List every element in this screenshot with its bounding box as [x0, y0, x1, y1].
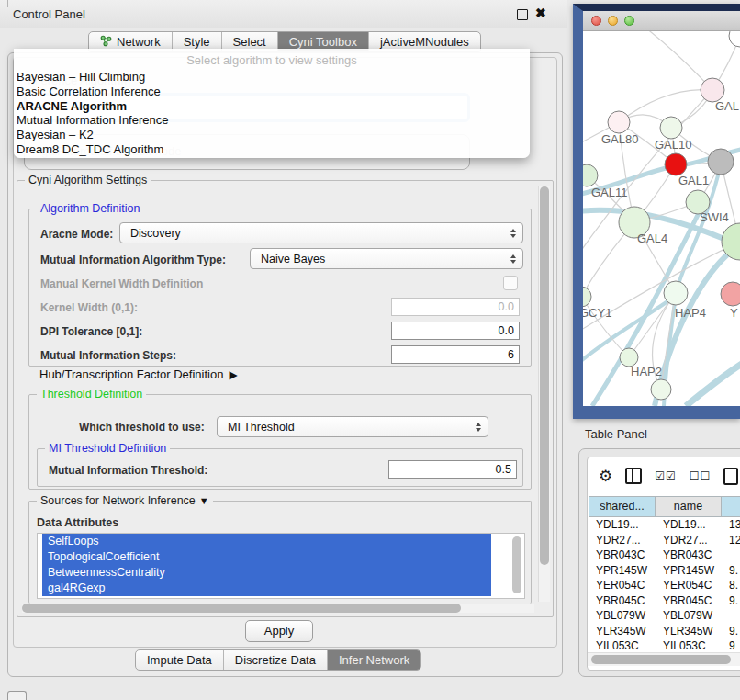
aracne-mode-combobox[interactable]: Discovery	[119, 222, 523, 243]
hub-tf-expander[interactable]: Hub/Transcription Factor Definition▶	[39, 367, 238, 381]
kernel-width-field	[391, 298, 520, 316]
divider	[7, 0, 8, 7]
network-node[interactable]	[729, 31, 740, 47]
table-cell: YDR27...	[589, 533, 656, 548]
table-row[interactable]: YPR145WYPR145W9.	[589, 563, 740, 579]
mi-steps-field[interactable]	[391, 345, 520, 364]
manual-kernel-checkbox	[503, 276, 518, 290]
window-minimize-button[interactable]	[608, 16, 618, 26]
application-window: Control Panel ✖ NetworkStyleSelectCyni T…	[0, 0, 740, 700]
algorithm-option[interactable]: ARACNE Algorithm	[14, 99, 530, 114]
manual-kernel-label: Manual Kernel Width Definition	[40, 277, 203, 290]
tab-infer-network[interactable]: Infer Network	[328, 650, 420, 670]
close-icon[interactable]: ✖	[535, 6, 546, 20]
table-horizontal-scrollbar[interactable]	[588, 652, 740, 666]
panel-title: Control Panel	[13, 7, 85, 21]
mi-threshold-field[interactable]	[388, 460, 517, 479]
node-label: GAL80	[601, 132, 638, 146]
algorithm-option[interactable]: Mutual Information Inference	[14, 113, 530, 128]
algorithm-option[interactable]: Bayesian – K2	[14, 128, 530, 142]
table-row[interactable]: YDL19...YDL19...13	[589, 517, 740, 533]
attribute-list-item[interactable]: TopologicalCoefficient	[42, 549, 491, 565]
table-row[interactable]: YER054CYER054C8.	[589, 578, 740, 593]
algorithm-option[interactable]: Basic Correlation Inference	[14, 85, 530, 99]
table-cell: YER054C	[656, 578, 722, 593]
algorithm-option[interactable]: Bayesian – Hill Climbing	[14, 70, 530, 85]
table-cell: 9.	[722, 624, 740, 639]
node-label: GAL10	[655, 138, 691, 152]
tab-label: Cyni Toolbox	[289, 35, 357, 49]
tab-discretize-data[interactable]: Discretize Data	[224, 650, 328, 670]
window-close-button[interactable]	[591, 16, 601, 26]
table-row[interactable]: YLR345WYLR345W9.	[589, 624, 740, 639]
list-scrollbar[interactable]	[512, 536, 521, 593]
network-node[interactable]	[608, 111, 630, 133]
network-node[interactable]	[660, 117, 682, 139]
mi-type-label: Mutual Information Algorithm Type:	[40, 254, 226, 266]
network-node[interactable]	[664, 281, 688, 305]
table-row[interactable]: YBR043CYBR043C	[589, 548, 740, 563]
network-node[interactable]	[583, 287, 591, 307]
algorithm-option[interactable]: Dream8 DC_TDC Algorithm	[14, 142, 530, 157]
column-header[interactable]: name	[656, 496, 722, 517]
bottom-tab-bar: Impute DataDiscretize DataInfer Network	[135, 649, 421, 671]
aracne-mode-label: Aracne Mode:	[40, 228, 113, 241]
network-node[interactable]	[708, 149, 734, 175]
settings-vertical-scrollbar[interactable]	[538, 186, 550, 602]
tab-label: Discretize Data	[235, 653, 316, 667]
network-canvas[interactable]: GALGAL80GAL10GAL1GAL11SWI4GAL4GCY1HAP4YH…	[583, 31, 740, 406]
file-icon[interactable]	[723, 468, 738, 485]
algorithm-dropdown-popup: Select algorithm to view settings Bayesi…	[14, 49, 530, 158]
mi-steps-label: Mutual Information Steps:	[40, 349, 176, 362]
which-threshold-combobox[interactable]: MI Threshold	[217, 416, 488, 437]
sources-group: Sources for Network Inference▼ Data Attr…	[28, 501, 532, 604]
network-node[interactable]	[651, 379, 671, 400]
table-cell: YPR145W	[589, 563, 656, 579]
chevron-updown-icon	[510, 254, 516, 264]
node-label: GCY1	[583, 306, 611, 320]
table-cell: 8.	[722, 578, 740, 593]
window-zoom-button[interactable]	[624, 16, 634, 26]
table-toolbar: ⚙ ☑☑ ☐☐	[588, 457, 740, 494]
dpi-tolerance-field[interactable]	[391, 322, 520, 340]
table-panel-title: Table Panel	[585, 427, 647, 441]
settings-group-title: Cyni Algorithm Settings	[25, 174, 151, 186]
algorithm-definition-group: Algorithm Definition Aracne Mode: Discov…	[28, 209, 532, 367]
mi-type-value: Naive Bayes	[261, 253, 325, 265]
columns-icon[interactable]	[625, 468, 642, 484]
table-cell: YDL19...	[589, 517, 656, 533]
node-label: GAL1	[678, 174, 709, 187]
select-all-icon[interactable]: ☑☑	[655, 469, 677, 482]
table-row[interactable]: YBL079WYBL079W	[589, 608, 740, 624]
data-attributes-list[interactable]: SelfLoopsTopologicalCoefficientBetweenne…	[37, 533, 525, 599]
dpi-tolerance-label: DPI Tolerance [0,1]:	[40, 325, 142, 338]
network-node[interactable]	[721, 282, 740, 306]
node-table: ⚙ ☑☑ ☐☐ shared...nameA YDL19...YDL19...1…	[587, 457, 740, 671]
apply-button[interactable]: Apply	[245, 620, 313, 642]
attribute-list-item[interactable]: SelfLoops	[42, 534, 491, 549]
attribute-list-item[interactable]: gal4RGexp	[42, 581, 491, 596]
gear-icon[interactable]: ⚙	[599, 469, 612, 484]
table-cell: YLR345W	[656, 624, 722, 639]
column-header[interactable]: shared...	[589, 496, 656, 517]
deselect-all-icon[interactable]: ☐☐	[690, 469, 712, 482]
column-header[interactable]: A	[722, 496, 740, 517]
network-icon	[100, 35, 112, 50]
float-panel-icon[interactable]	[517, 9, 528, 20]
tab-impute-data[interactable]: Impute Data	[136, 650, 224, 670]
network-node[interactable]	[665, 153, 687, 175]
table-cell: 9.	[722, 563, 740, 579]
table-row[interactable]: YDR27...YDR27...12	[589, 533, 740, 548]
node-label: GAL11	[591, 186, 628, 199]
dock-panel-icon[interactable]	[7, 691, 27, 700]
algorithm-list: Bayesian – Hill ClimbingBasic Correlatio…	[14, 70, 530, 157]
mi-type-combobox[interactable]: Naive Bayes	[250, 248, 523, 269]
table-row[interactable]: YBR045CYBR045C9.	[589, 593, 740, 609]
network-node[interactable]	[620, 348, 638, 367]
table-cell: YDL19...	[656, 517, 722, 533]
down-triangle-icon: ▼	[199, 495, 209, 506]
tab-label: Impute Data	[147, 653, 212, 667]
network-window-titlebar	[583, 11, 740, 31]
settings-horizontal-scrollbar[interactable]	[22, 604, 534, 613]
attribute-list-item[interactable]: BetweennessCentrality	[42, 565, 491, 581]
